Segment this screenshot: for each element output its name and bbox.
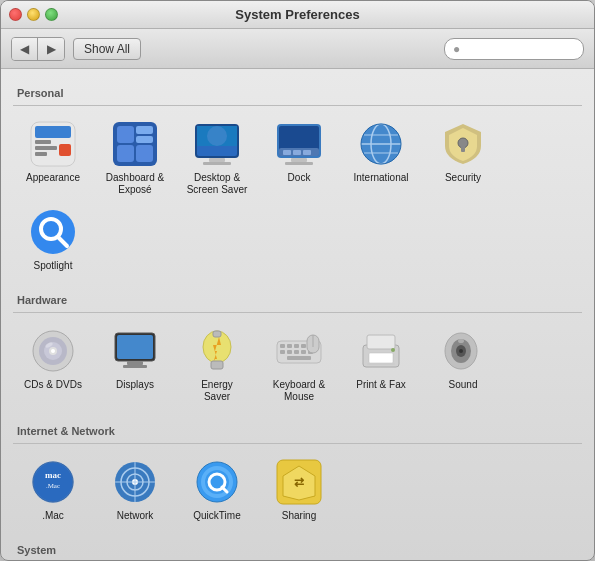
svg-rect-33 (461, 146, 465, 152)
traffic-lights (9, 8, 58, 21)
keyboard-icon (273, 325, 325, 377)
svg-rect-46 (123, 365, 147, 368)
svg-rect-67 (367, 335, 395, 349)
svg-rect-48 (213, 331, 221, 337)
appearance-icon (27, 118, 79, 170)
svg-rect-8 (136, 126, 153, 134)
pref-sound[interactable]: Sound (423, 321, 503, 407)
cds-label: CDs & DVDs (24, 379, 82, 391)
window-title: System Preferences (235, 7, 359, 22)
search-input[interactable] (464, 42, 575, 56)
pref-network[interactable]: Network (95, 452, 175, 526)
displays-label: Displays (116, 379, 154, 391)
pref-security[interactable]: Security (423, 114, 503, 200)
pref-international[interactable]: International (341, 114, 421, 200)
pref-appearance[interactable]: Appearance (13, 114, 93, 200)
keyboard-label: Keyboard &Mouse (273, 379, 325, 403)
svg-rect-16 (209, 158, 225, 162)
appearance-label: Appearance (26, 172, 80, 184)
international-icon (355, 118, 407, 170)
pref-dock[interactable]: Dock (259, 114, 339, 200)
svg-rect-63 (287, 356, 311, 360)
svg-rect-70 (367, 363, 395, 365)
pref-sharing[interactable]: ⇄ Sharing (259, 452, 339, 526)
svg-rect-52 (280, 344, 285, 348)
toolbar: ◀ ▶ Show All ● (1, 29, 594, 69)
nav-buttons: ◀ ▶ (11, 37, 65, 61)
cds-icon (27, 325, 79, 377)
svg-point-75 (458, 339, 464, 343)
pref-quicktime[interactable]: QuickTime (177, 452, 257, 526)
hardware-grid: CDs & DVDs Displays (13, 319, 582, 415)
svg-rect-17 (203, 162, 231, 165)
energy-icon (191, 325, 243, 377)
pref-spotlight[interactable]: Spotlight (13, 202, 93, 276)
svg-text:⇄: ⇄ (294, 475, 304, 489)
svg-text:.Mac: .Mac (46, 482, 60, 490)
svg-rect-45 (127, 361, 143, 365)
svg-rect-11 (136, 145, 153, 162)
system-preferences-window: System Preferences ◀ ▶ Show All ● Person… (0, 0, 595, 561)
svg-rect-21 (283, 150, 291, 155)
section-internet-label: Internet & Network (17, 425, 582, 437)
sharing-icon: ⇄ (273, 456, 325, 508)
svg-point-74 (459, 349, 463, 353)
print-icon (355, 325, 407, 377)
pref-print[interactable]: Print & Fax (341, 321, 421, 407)
svg-text:mac: mac (45, 470, 61, 480)
content-area: Personal Appearance (1, 69, 594, 560)
print-label: Print & Fax (356, 379, 405, 391)
sound-label: Sound (449, 379, 478, 391)
dock-label: Dock (288, 172, 311, 184)
desktop-label: Desktop &Screen Saver (187, 172, 248, 196)
dock-icon (273, 118, 325, 170)
spotlight-icon (27, 206, 79, 258)
section-system-label: System (17, 544, 582, 556)
mac-icon: mac .Mac (27, 456, 79, 508)
forward-button[interactable]: ▶ (38, 38, 64, 60)
security-label: Security (445, 172, 481, 184)
pref-energy[interactable]: EnergySaver (177, 321, 257, 407)
security-icon (437, 118, 489, 170)
svg-rect-60 (294, 350, 299, 354)
pref-mac[interactable]: mac .Mac .Mac (13, 452, 93, 526)
svg-rect-54 (294, 344, 299, 348)
show-all-button[interactable]: Show All (73, 38, 141, 60)
svg-rect-9 (136, 136, 153, 143)
svg-rect-59 (287, 350, 292, 354)
sharing-label: Sharing (282, 510, 316, 522)
svg-rect-2 (35, 140, 51, 144)
svg-rect-25 (285, 162, 313, 165)
search-icon: ● (453, 42, 460, 56)
svg-point-15 (207, 126, 227, 146)
displays-icon (109, 325, 161, 377)
svg-point-69 (391, 348, 395, 352)
back-button[interactable]: ◀ (12, 38, 38, 60)
energy-label: EnergySaver (201, 379, 233, 403)
titlebar: System Preferences (1, 1, 594, 29)
svg-rect-61 (301, 350, 306, 354)
dashboard-icon (109, 118, 161, 170)
pref-displays[interactable]: Displays (95, 321, 175, 407)
international-label: International (353, 172, 408, 184)
svg-rect-68 (369, 353, 393, 363)
sound-icon (437, 325, 489, 377)
minimize-button[interactable] (27, 8, 40, 21)
pref-dashboard[interactable]: Dashboard &Exposé (95, 114, 175, 200)
svg-rect-4 (35, 152, 47, 156)
svg-rect-44 (117, 335, 153, 359)
close-button[interactable] (9, 8, 22, 21)
quicktime-icon (191, 456, 243, 508)
search-box[interactable]: ● (444, 38, 584, 60)
network-label: Network (117, 510, 154, 522)
svg-rect-7 (117, 126, 134, 143)
svg-rect-23 (303, 150, 311, 155)
pref-keyboard[interactable]: Keyboard &Mouse (259, 321, 339, 407)
mac-label: .Mac (42, 510, 64, 522)
svg-rect-1 (35, 126, 71, 138)
pref-desktop[interactable]: Desktop &Screen Saver (177, 114, 257, 200)
section-personal-label: Personal (17, 87, 582, 99)
section-hardware-label: Hardware (17, 294, 582, 306)
pref-cds[interactable]: CDs & DVDs (13, 321, 93, 407)
maximize-button[interactable] (45, 8, 58, 21)
